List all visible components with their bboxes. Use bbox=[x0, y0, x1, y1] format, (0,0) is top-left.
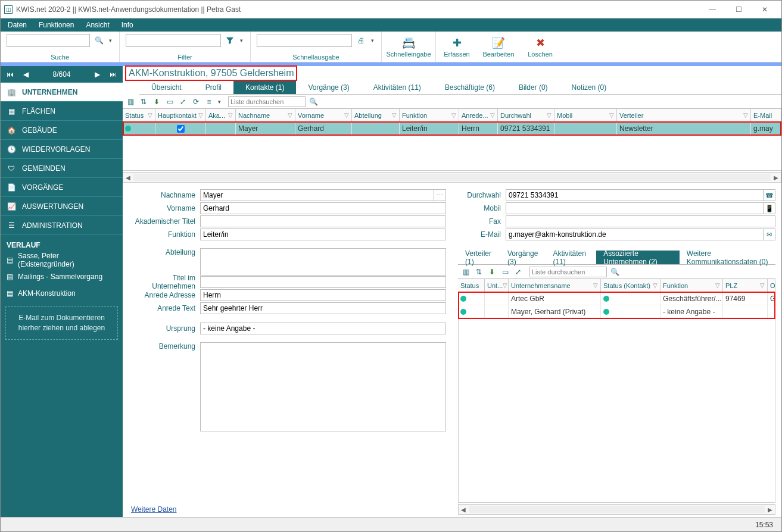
grid-search-input[interactable] bbox=[228, 96, 306, 107]
menu-ansicht[interactable]: Ansicht bbox=[81, 20, 114, 30]
tab-uebersicht[interactable]: Übersicht bbox=[139, 80, 194, 94]
sidebar-item-wiedervorlagen[interactable]: 🕓WIEDERVORLAGEN bbox=[1, 140, 123, 159]
search-input[interactable] bbox=[7, 34, 90, 47]
grid-columns-icon[interactable]: ▥ bbox=[125, 96, 136, 107]
search-icon[interactable]: 🔍 bbox=[92, 34, 105, 47]
assoc-row-1[interactable]: Mayer, Gerhard (Privat) - keine Angabe - bbox=[458, 305, 775, 318]
ursprung-field[interactable] bbox=[200, 323, 446, 334]
quickinput-button[interactable]: 📇 Schnelleingabe bbox=[382, 32, 435, 62]
tab-kontakte[interactable]: Kontakte (1) bbox=[233, 80, 296, 94]
subgrid-expand-icon[interactable]: ⤢ bbox=[513, 267, 524, 277]
weitere-daten-link[interactable]: Weitere Daten bbox=[129, 502, 446, 517]
hauptkontakt-checkbox[interactable] bbox=[177, 125, 185, 133]
subtab-verteiler[interactable]: Verteiler (1) bbox=[458, 251, 500, 264]
print-icon[interactable]: 🖨 bbox=[354, 34, 367, 47]
durchwahl-field[interactable] bbox=[506, 189, 764, 201]
nav-first-icon[interactable]: ⏮ bbox=[4, 69, 16, 80]
subcol-status[interactable]: Status bbox=[458, 279, 485, 292]
anrede-text-field[interactable] bbox=[200, 302, 446, 314]
history-item-1[interactable]: ▤Mailings - Sammelvorgang bbox=[1, 268, 123, 285]
subgrid-sort-icon[interactable]: ⇅ bbox=[473, 267, 484, 277]
col-anrede[interactable]: Anrede...▽ bbox=[459, 109, 498, 121]
history-item-0[interactable]: ▤Sasse, Peter (Existenzgründer) bbox=[1, 252, 123, 268]
menu-funktionen[interactable]: Funktionen bbox=[34, 20, 79, 30]
delete-button[interactable]: ✖ Löschen bbox=[519, 32, 561, 62]
subcol-name[interactable]: Unternehmensname▽ bbox=[509, 279, 601, 292]
bemerkung-field[interactable] bbox=[200, 342, 446, 431]
col-funktion[interactable]: Funktion▽ bbox=[400, 109, 459, 121]
nav-next-icon[interactable]: ▶ bbox=[92, 69, 102, 80]
mobile-action-icon[interactable]: 📱 bbox=[764, 202, 775, 214]
window-maximize-button[interactable]: ☐ bbox=[725, 1, 752, 18]
edit-button[interactable]: 📝 Bearbeiten bbox=[478, 32, 519, 62]
grid-menu-icon[interactable]: ≡ bbox=[204, 96, 214, 107]
mobil-field[interactable] bbox=[506, 202, 764, 214]
email-drop-hint[interactable]: E-Mail zum Dokumentieren hierher ziehen … bbox=[5, 306, 118, 340]
email-field[interactable] bbox=[506, 229, 764, 240]
col-akad[interactable]: Aka...▽ bbox=[206, 109, 236, 121]
col-nachname[interactable]: Nachname▽ bbox=[236, 109, 295, 121]
subtab-aktivitaeten[interactable]: Aktivitäten (11) bbox=[546, 251, 597, 264]
col-mobil[interactable]: Mobil▽ bbox=[554, 109, 617, 121]
filter-input[interactable] bbox=[126, 34, 221, 47]
assoc-row-0[interactable]: Artec GbR Geschäftsführer/... 97469 Goch… bbox=[458, 292, 775, 305]
col-status[interactable]: Status▽ bbox=[123, 109, 155, 121]
tab-profil[interactable]: Profil bbox=[194, 80, 233, 94]
sidebar-item-administration[interactable]: ☰ADMINISTRATION bbox=[1, 216, 123, 235]
contact-row[interactable]: Mayer Gerhard Leiter/in Herrn 09721 5334… bbox=[123, 122, 781, 135]
tab-vorgaenge[interactable]: Vorgänge (3) bbox=[296, 80, 361, 94]
menu-info[interactable]: Info bbox=[117, 20, 138, 30]
subcol-statuskontakt[interactable]: Status (Kontakt)▽ bbox=[601, 279, 661, 292]
subgrid-search-input[interactable] bbox=[529, 267, 607, 277]
filter-dropdown-icon[interactable]: ▾ bbox=[239, 37, 244, 43]
col-vorname[interactable]: Vorname▽ bbox=[295, 109, 352, 121]
col-abteilung[interactable]: Abteilung▽ bbox=[352, 109, 400, 121]
nachname-lookup-button[interactable]: ⋯ bbox=[434, 189, 446, 201]
phone-action-icon[interactable]: ☎ bbox=[764, 189, 775, 201]
col-verteiler[interactable]: Verteiler▽ bbox=[617, 109, 751, 121]
col-email[interactable]: E-Mail bbox=[751, 109, 781, 121]
quickoutput-dropdown-icon[interactable]: ▾ bbox=[370, 37, 375, 43]
subtab-assoziierte[interactable]: Assoziierte Unternehmen (2) bbox=[596, 251, 680, 264]
grid-refresh-icon[interactable]: ⟳ bbox=[191, 96, 201, 107]
vorname-field[interactable] bbox=[200, 202, 446, 214]
subcol-funktion[interactable]: Funktion▽ bbox=[661, 279, 723, 292]
subgrid-excel-icon[interactable]: ⬇ bbox=[487, 267, 497, 277]
subcol-unt[interactable]: Unt...▽ bbox=[485, 279, 509, 292]
window-close-button[interactable]: ✕ bbox=[752, 1, 778, 18]
sidebar-item-flaechen[interactable]: ▦FLÄCHEN bbox=[1, 102, 123, 121]
titel-unternehmen-field[interactable] bbox=[200, 276, 446, 288]
subgrid-search-icon[interactable]: 🔍 bbox=[609, 267, 620, 277]
create-button[interactable]: ✚ Erfassen bbox=[436, 32, 478, 62]
email-action-icon[interactable]: ✉ bbox=[764, 229, 775, 240]
search-dropdown-icon[interactable]: ▾ bbox=[108, 37, 113, 43]
grid-menu-dropdown-icon[interactable]: ▾ bbox=[217, 99, 222, 105]
subcol-plz[interactable]: PLZ▽ bbox=[723, 279, 768, 292]
fax-field[interactable] bbox=[506, 215, 775, 227]
sidebar-item-auswertungen[interactable]: 📈AUSWERTUNGEN bbox=[1, 197, 123, 216]
subgrid-layout-icon[interactable]: ▭ bbox=[500, 267, 510, 277]
anrede-adresse-field[interactable] bbox=[200, 289, 446, 301]
sidebar-item-gebaeude[interactable]: 🏠GEBÄUDE bbox=[1, 121, 123, 140]
subtab-weitere-komm[interactable]: Weitere Kommunikationsdaten (0) bbox=[680, 251, 775, 264]
abteilung-field[interactable] bbox=[200, 248, 446, 276]
sidebar-item-unternehmen[interactable]: 🏢UNTERNEHMEN bbox=[1, 83, 123, 102]
sidebar-item-gemeinden[interactable]: 🛡GEMEINDEN bbox=[1, 159, 123, 178]
akad-field[interactable] bbox=[200, 215, 446, 227]
grid-layout-icon[interactable]: ▭ bbox=[164, 96, 175, 107]
nachname-field[interactable] bbox=[200, 189, 434, 201]
funktion-field[interactable] bbox=[200, 229, 446, 240]
menu-daten[interactable]: Daten bbox=[3, 20, 32, 30]
nav-prev-icon[interactable]: ◀ bbox=[21, 69, 31, 80]
grid-h-scrollbar[interactable]: ◀▶ bbox=[123, 172, 781, 183]
grid-excel-icon[interactable]: ⬇ bbox=[151, 96, 162, 107]
grid-search-icon[interactable]: 🔍 bbox=[308, 96, 319, 107]
grid-expand-icon[interactable]: ⤢ bbox=[177, 96, 188, 107]
subgrid-h-scrollbar[interactable]: ◀▶ bbox=[458, 504, 775, 515]
col-durchwahl[interactable]: Durchwahl▽ bbox=[498, 109, 554, 121]
nav-last-icon[interactable]: ⏭ bbox=[107, 69, 119, 80]
tab-aktivitaeten[interactable]: Aktivitäten (11) bbox=[362, 80, 433, 94]
grid-sort-icon[interactable]: ⇅ bbox=[138, 96, 149, 107]
filter-icon[interactable] bbox=[223, 34, 236, 47]
tab-beschaeftigte[interactable]: Beschäftigte (6) bbox=[433, 80, 507, 94]
